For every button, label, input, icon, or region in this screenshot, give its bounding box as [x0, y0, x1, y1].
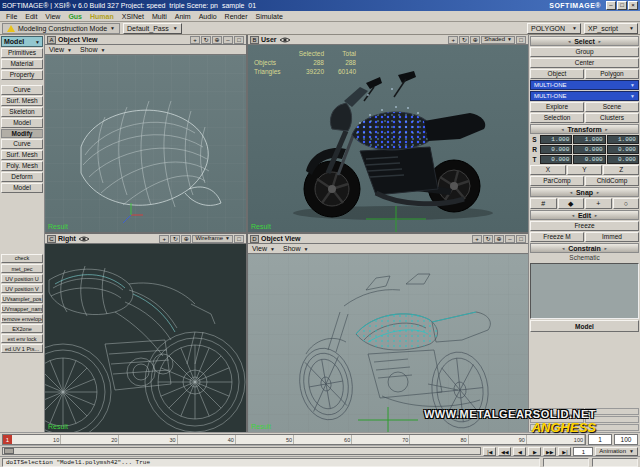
- selection-filter-dropdown-2[interactable]: MULTI-ONE ▼: [530, 91, 639, 101]
- menu-render[interactable]: Render: [221, 13, 252, 20]
- menu-simulate[interactable]: Simulate: [252, 13, 287, 20]
- parcomp-button[interactable]: ParComp: [530, 176, 584, 186]
- modify-deform-button[interactable]: Deform: [1, 172, 43, 182]
- viewport-title[interactable]: Object View: [261, 235, 301, 242]
- script-dropdown[interactable]: XP_script ▼: [584, 23, 638, 34]
- schematic-view[interactable]: [530, 263, 639, 319]
- display-mode-dropdown[interactable]: Shaded▼: [481, 36, 515, 44]
- axis-x-button[interactable]: X: [530, 165, 566, 175]
- modify-curve-button[interactable]: Curve: [1, 139, 43, 149]
- snap-midpoint-icon[interactable]: +: [585, 198, 612, 209]
- minimize-view-icon[interactable]: –: [505, 235, 515, 243]
- snap-section-header[interactable]: Snap: [530, 187, 639, 197]
- pan-icon[interactable]: +: [448, 36, 458, 44]
- menu-human[interactable]: Human: [86, 13, 118, 20]
- modify-model-button[interactable]: Model: [1, 183, 43, 193]
- menu-view[interactable]: View: [41, 13, 64, 20]
- pan-icon[interactable]: +: [472, 235, 482, 243]
- scale-z-field[interactable]: 1.000: [607, 135, 639, 144]
- clusters-button[interactable]: Clusters: [585, 113, 639, 123]
- pass-dropdown[interactable]: Default_Pass ▼: [123, 23, 182, 34]
- modify-surf-mesh-button[interactable]: Surf. Mesh: [1, 150, 43, 160]
- go-to-end-button[interactable]: ▶|: [558, 447, 571, 456]
- display-mode-dropdown[interactable]: Wireframe▼: [192, 235, 233, 243]
- step-forward-fast-button[interactable]: ▶▶: [543, 447, 556, 456]
- playback-slider[interactable]: [2, 447, 481, 455]
- viewport-title[interactable]: User: [261, 36, 277, 43]
- eye-icon[interactable]: [78, 235, 90, 243]
- mini-button[interactable]: [585, 408, 639, 415]
- maximize-view-icon[interactable]: □: [516, 36, 526, 44]
- orbit-icon[interactable]: ↻: [201, 36, 211, 44]
- frame-end-field[interactable]: 100: [614, 434, 638, 445]
- snap-point-icon[interactable]: ◆: [558, 198, 585, 209]
- viewport-title[interactable]: Right: [58, 235, 76, 242]
- script-button-uv-position-u[interactable]: UV position U: [1, 274, 43, 283]
- view-menu[interactable]: View▼: [252, 245, 275, 252]
- constrain-section-header[interactable]: Constrain: [530, 243, 639, 253]
- scene-button[interactable]: Scene: [585, 102, 639, 112]
- polygon-filter-button[interactable]: Polygon: [585, 69, 639, 79]
- mini-button[interactable]: [530, 408, 584, 415]
- rotate-z-field[interactable]: 0.000: [607, 145, 639, 154]
- viewport-canvas-right[interactable]: Result: [45, 244, 246, 432]
- current-frame-field[interactable]: 1: [573, 447, 593, 456]
- viewport-canvas-object-view-bottom[interactable]: Result: [248, 254, 528, 432]
- script-button-remove-envelope[interactable]: remove envelope: [1, 314, 43, 323]
- title-bar[interactable]: SOFTIMAGE® | XSI® v 6.0 Build 327 Projec…: [0, 0, 640, 11]
- get-property-button[interactable]: Property: [1, 70, 43, 80]
- menu-file[interactable]: File: [2, 13, 21, 20]
- mini-button[interactable]: [585, 416, 639, 423]
- script-button-uv-position-v[interactable]: UV position V: [1, 284, 43, 293]
- go-to-start-button[interactable]: |◀: [483, 447, 496, 456]
- select-section-header[interactable]: Select: [530, 36, 639, 46]
- maximize-view-icon[interactable]: □: [234, 36, 244, 44]
- viewport-letter-button[interactable]: D: [250, 235, 259, 243]
- polygon-dropdown[interactable]: POLYGON ▼: [527, 23, 581, 34]
- orbit-icon[interactable]: ↻: [170, 235, 180, 243]
- play-backward-button[interactable]: ◀: [513, 447, 526, 456]
- group-button[interactable]: Group: [530, 47, 639, 57]
- menu-gus[interactable]: Gus: [64, 13, 86, 20]
- script-button-uvmapper-name[interactable]: UVmapper_name: [1, 304, 43, 313]
- create-model-button[interactable]: Model: [1, 118, 43, 128]
- orbit-icon[interactable]: ↻: [459, 36, 469, 44]
- snap-grid-icon[interactable]: #: [530, 198, 557, 209]
- freeze-button[interactable]: Freeze: [530, 221, 639, 231]
- immed-button[interactable]: Immed: [585, 232, 639, 242]
- toolbar-mode-dropdown[interactable]: Model ▼: [1, 36, 43, 47]
- eye-icon[interactable]: [279, 36, 291, 44]
- menu-audio[interactable]: Audio: [195, 13, 221, 20]
- menu-multi[interactable]: Multi: [148, 13, 171, 20]
- snap-curve-icon[interactable]: ○: [613, 198, 640, 209]
- script-button-ed-uv-pts[interactable]: ed.UV 1 Pts...: [1, 344, 43, 353]
- translate-z-field[interactable]: 0.000: [607, 155, 639, 164]
- orbit-icon[interactable]: ↻: [483, 235, 493, 243]
- selection-filter-dropdown-1[interactable]: MULTI-ONE ▼: [530, 80, 639, 90]
- pan-icon[interactable]: +: [190, 36, 200, 44]
- script-button-check[interactable]: check: [1, 254, 43, 263]
- selection-button[interactable]: Selection: [530, 113, 584, 123]
- script-button-ex2one[interactable]: EX2one: [1, 324, 43, 333]
- script-button-ext-env-lock[interactable]: ext env lock: [1, 334, 43, 343]
- model-panel-button[interactable]: Model: [530, 320, 639, 332]
- pan-icon[interactable]: +: [159, 235, 169, 243]
- playback-slider-thumb[interactable]: [4, 448, 14, 454]
- get-material-button[interactable]: Material: [1, 59, 43, 69]
- maximize-view-icon[interactable]: □: [516, 235, 526, 243]
- scale-y-field[interactable]: 1.000: [573, 135, 605, 144]
- translate-x-field[interactable]: 0.000: [540, 155, 572, 164]
- viewport-title[interactable]: Object View: [58, 36, 98, 43]
- script-button-uvsampler-pos[interactable]: UVsampler_pos: [1, 294, 43, 303]
- create-curve-button[interactable]: Curve: [1, 85, 43, 95]
- viewport-letter-button[interactable]: B: [250, 36, 259, 44]
- object-filter-button[interactable]: Object: [530, 69, 584, 79]
- viewport-letter-button[interactable]: C: [47, 235, 56, 243]
- create-surf-mesh-button[interactable]: Surf. Mesh: [1, 96, 43, 106]
- zoom-icon[interactable]: ⊕: [494, 235, 504, 243]
- step-back-fast-button[interactable]: ◀◀: [498, 447, 511, 456]
- mini-button[interactable]: [530, 424, 584, 431]
- zoom-icon[interactable]: ⊕: [470, 36, 480, 44]
- menu-anim[interactable]: Anim: [171, 13, 195, 20]
- viewport-letter-button[interactable]: A: [47, 36, 56, 44]
